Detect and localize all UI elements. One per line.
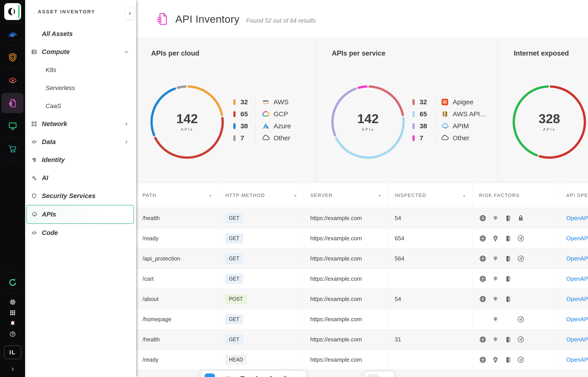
rail-logo[interactable]	[0, 0, 25, 23]
filter-icon[interactable]	[208, 194, 212, 197]
openapi-link[interactable]: OpenAPI	[566, 275, 588, 282]
column-header-path[interactable]: PATH	[136, 183, 219, 208]
primary-action-button[interactable]	[205, 373, 215, 377]
gem-icon	[492, 316, 499, 323]
sidebar-item-k8s[interactable]: K8s	[25, 61, 136, 79]
risk-factors-cell	[473, 228, 560, 248]
rail-item-shift-left[interactable]	[0, 137, 25, 160]
table-icon[interactable]	[239, 375, 246, 377]
chevron-right-icon	[124, 122, 129, 126]
menu-icon[interactable]	[225, 375, 231, 377]
table-row[interactable]: /about POST https://example.com 54 OpenA…	[136, 289, 588, 309]
sidebar-item-identity[interactable]: Identity	[25, 151, 136, 169]
filter-icon[interactable]	[462, 194, 466, 197]
sidebar-item-caas[interactable]: CaaS	[25, 97, 136, 115]
lock-icon[interactable]	[282, 375, 288, 377]
path-cell: /api_protection	[142, 255, 180, 262]
api-table: PATH HTTP METHOD SERVER INSPECTED RISK F…	[136, 183, 588, 377]
gem-icon	[492, 376, 499, 377]
openapi-link[interactable]: OpenAPI	[566, 296, 588, 303]
table-row[interactable]: /health GET https://example.com 31 OpenA…	[136, 330, 588, 350]
code-icon	[31, 230, 42, 236]
eye-icon	[8, 75, 18, 85]
openapi-link[interactable]: OpenAPI	[566, 215, 588, 222]
rail-item-detection[interactable]	[0, 69, 25, 92]
openapi-link[interactable]: OpenAPI	[566, 235, 588, 242]
person-icon[interactable]	[254, 375, 260, 377]
legend-item: 7Other	[413, 134, 486, 142]
filter-icon[interactable]	[378, 194, 381, 197]
method-badge: GET	[225, 213, 243, 223]
radar-icon	[8, 30, 18, 39]
table-row[interactable]: /api_protection GET https://example.com …	[136, 248, 588, 269]
table-row[interactable]: /ready GET https://example.com 654 OpenA…	[136, 228, 588, 248]
user-avatar[interactable]: IL	[4, 345, 21, 359]
openapi-link[interactable]: OpenAPI	[566, 336, 588, 343]
openapi-link[interactable]: OpenAPI	[566, 356, 588, 363]
server-cell: https://example.com	[310, 296, 362, 303]
floating-toolbar-secondary	[364, 372, 394, 377]
sidebar-item-ai[interactable]: AI	[25, 169, 136, 187]
apps-grid-icon[interactable]	[9, 309, 16, 316]
path-cell: /ready	[142, 235, 159, 242]
sidebar-item-all-assets[interactable]: All Assets	[25, 25, 136, 43]
notifications-bell-icon[interactable]	[9, 320, 16, 327]
table-row[interactable]: /cart GET https://example.com OpenAPI	[136, 269, 588, 289]
rail-item-workloads[interactable]	[0, 115, 25, 137]
server-cell: https://example.com	[310, 235, 362, 242]
floating-toolbar	[201, 371, 306, 377]
sidebar-item-data[interactable]: Data	[25, 133, 136, 151]
server-cell: https://example.com	[310, 356, 362, 363]
legend-color	[413, 123, 415, 129]
path-cell: /about	[142, 296, 159, 303]
cart-icon	[8, 144, 18, 154]
filter-icon[interactable]	[293, 194, 297, 197]
sidebar-item-network[interactable]: Network	[25, 115, 136, 133]
server-cell: https://example.com	[310, 255, 362, 262]
expand-chevron-icon[interactable]	[10, 363, 15, 372]
chevron-down-icon	[124, 50, 129, 54]
path-cell: /ready	[142, 356, 159, 363]
legend-color	[413, 99, 415, 105]
rail-item-posture[interactable]	[0, 23, 25, 46]
share-icon[interactable]	[268, 375, 274, 377]
sidebar-item-code[interactable]: Code	[25, 224, 136, 242]
help-icon[interactable]	[9, 331, 16, 337]
rail-item-shield[interactable]	[0, 46, 25, 69]
gear-icon[interactable]	[9, 299, 16, 306]
gem-o-icon	[492, 235, 499, 242]
sync-icon	[8, 278, 17, 287]
sidebar-item-security-services[interactable]: Security Services	[25, 187, 136, 205]
sidebar-collapse-button[interactable]	[125, 7, 135, 20]
page-header: API Inventory Found 52 out of 64 results	[136, 0, 588, 38]
table-row[interactable]: /ready HEAD https://example.com OpenAPI	[136, 350, 588, 370]
table-row[interactable]: /homepage GET https://example.com OpenAP…	[136, 309, 588, 330]
sidebar-item-serverless[interactable]: Serverless	[25, 79, 136, 97]
divider	[4, 293, 22, 293]
sidebar-item-compute[interactable]: Compute	[25, 43, 136, 61]
shield-icon	[8, 52, 18, 62]
secondary-action-button[interactable]	[368, 374, 379, 377]
asset-inventory-sidebar: ASSET INVENTORY All Assets Compute K8s S…	[25, 0, 136, 377]
gem-icon	[492, 255, 499, 262]
risk-factors-cell	[473, 350, 560, 370]
openapi-link[interactable]: OpenAPI	[566, 255, 588, 262]
rail-item-sync[interactable]	[8, 272, 17, 293]
column-header-server[interactable]: SERVER	[304, 183, 388, 208]
sidebar-item-apis[interactable]: APIs	[26, 205, 134, 224]
column-header-http-method[interactable]: HTTP METHOD	[219, 183, 304, 208]
results-count: Found 52 out of 64 results	[246, 17, 316, 24]
openapi-link[interactable]: OpenAPI	[566, 316, 588, 323]
table-body: /health GET https://example.com 54 OpenA…	[136, 208, 588, 377]
risk-factors-cell	[473, 269, 560, 289]
donut-chart: 142 APIs	[329, 83, 407, 161]
chart-title: Internet exposed	[514, 49, 569, 57]
door-icon	[505, 336, 512, 343]
column-header-inspected[interactable]: INSPECTED	[388, 183, 473, 208]
table-row[interactable]: /health GET https://example.com 54 OpenA…	[136, 208, 588, 228]
api-cloud-icon	[31, 212, 42, 218]
page-title: API Inventory	[175, 13, 240, 25]
rail-item-api-security[interactable]	[0, 92, 25, 115]
method-badge: GET	[225, 234, 243, 243]
app-rail: IL	[0, 0, 25, 377]
